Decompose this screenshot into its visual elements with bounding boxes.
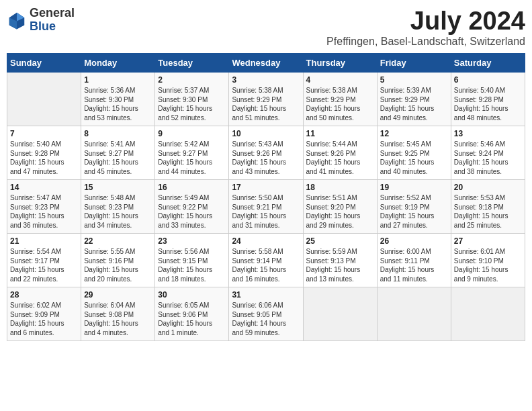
- day-number: 24: [232, 236, 300, 246]
- day-info: Sunrise: 5:36 AM Sunset: 9:30 PM Dayligh…: [84, 86, 152, 122]
- day-info: Sunrise: 5:47 AM Sunset: 9:23 PM Dayligh…: [10, 193, 78, 230]
- day-number: 4: [306, 75, 374, 85]
- calendar-cell: 18Sunrise: 5:51 AM Sunset: 9:20 PM Dayli…: [303, 180, 377, 234]
- day-number: 11: [306, 129, 374, 138]
- calendar-cell: 5Sunrise: 5:39 AM Sunset: 9:29 PM Daylig…: [377, 73, 451, 126]
- page-header: General Blue July 2024 Pfeffingen, Basel…: [7, 7, 525, 48]
- day-info: Sunrise: 5:41 AM Sunset: 9:27 PM Dayligh…: [84, 140, 152, 176]
- day-number: 22: [84, 236, 152, 246]
- calendar-cell: 13Sunrise: 5:46 AM Sunset: 9:24 PM Dayli…: [451, 126, 525, 180]
- calendar-cell: 29Sunrise: 6:04 AM Sunset: 9:08 PM Dayli…: [81, 287, 155, 341]
- week-row-5: 28Sunrise: 6:02 AM Sunset: 9:09 PM Dayli…: [7, 287, 525, 341]
- day-number: 17: [232, 183, 300, 192]
- day-number: 5: [380, 75, 448, 85]
- calendar-cell: 27Sunrise: 6:01 AM Sunset: 9:10 PM Dayli…: [451, 234, 525, 287]
- calendar-cell: 28Sunrise: 6:02 AM Sunset: 9:09 PM Dayli…: [7, 287, 81, 341]
- calendar-cell: 14Sunrise: 5:47 AM Sunset: 9:23 PM Dayli…: [7, 180, 81, 234]
- header-wednesday: Wednesday: [229, 54, 303, 73]
- day-info: Sunrise: 5:53 AM Sunset: 9:18 PM Dayligh…: [454, 193, 522, 230]
- week-row-1: 1Sunrise: 5:36 AM Sunset: 9:30 PM Daylig…: [7, 73, 525, 126]
- day-number: 25: [306, 236, 374, 246]
- calendar-cell: 23Sunrise: 5:56 AM Sunset: 9:15 PM Dayli…: [155, 234, 229, 287]
- header-tuesday: Tuesday: [155, 54, 229, 73]
- header-row: SundayMondayTuesdayWednesdayThursdayFrid…: [7, 54, 525, 73]
- day-info: Sunrise: 5:42 AM Sunset: 9:27 PM Dayligh…: [158, 140, 226, 176]
- day-info: Sunrise: 6:05 AM Sunset: 9:06 PM Dayligh…: [158, 301, 226, 337]
- day-number: 12: [380, 129, 448, 138]
- day-info: Sunrise: 5:59 AM Sunset: 9:13 PM Dayligh…: [306, 247, 374, 283]
- week-row-2: 7Sunrise: 5:40 AM Sunset: 9:28 PM Daylig…: [7, 126, 525, 180]
- day-info: Sunrise: 5:40 AM Sunset: 9:28 PM Dayligh…: [454, 86, 522, 122]
- calendar-cell: [303, 287, 377, 341]
- calendar-cell: 8Sunrise: 5:41 AM Sunset: 9:27 PM Daylig…: [81, 126, 155, 180]
- day-number: 15: [84, 183, 152, 192]
- day-number: 30: [158, 290, 226, 300]
- logo-icon: [7, 10, 27, 30]
- day-info: Sunrise: 5:38 AM Sunset: 9:29 PM Dayligh…: [232, 86, 300, 122]
- calendar-cell: 19Sunrise: 5:52 AM Sunset: 9:19 PM Dayli…: [377, 180, 451, 234]
- calendar-cell: 3Sunrise: 5:38 AM Sunset: 9:29 PM Daylig…: [229, 73, 303, 126]
- day-number: 29: [84, 290, 152, 300]
- calendar-subtitle: Pfeffingen, Basel-Landschaft, Switzerlan…: [326, 36, 525, 48]
- day-info: Sunrise: 5:58 AM Sunset: 9:14 PM Dayligh…: [232, 247, 300, 283]
- calendar-cell: 6Sunrise: 5:40 AM Sunset: 9:28 PM Daylig…: [451, 73, 525, 126]
- calendar-cell: [7, 73, 81, 126]
- day-number: 28: [10, 290, 78, 300]
- calendar-cell: 17Sunrise: 5:50 AM Sunset: 9:21 PM Dayli…: [229, 180, 303, 234]
- calendar-cell: 10Sunrise: 5:43 AM Sunset: 9:26 PM Dayli…: [229, 126, 303, 180]
- day-number: 27: [454, 236, 522, 246]
- day-info: Sunrise: 5:43 AM Sunset: 9:26 PM Dayligh…: [232, 140, 300, 176]
- calendar-cell: 12Sunrise: 5:45 AM Sunset: 9:25 PM Dayli…: [377, 126, 451, 180]
- calendar-cell: 21Sunrise: 5:54 AM Sunset: 9:17 PM Dayli…: [7, 234, 81, 287]
- day-number: 1: [84, 75, 152, 85]
- day-number: 26: [380, 236, 448, 246]
- day-info: Sunrise: 5:50 AM Sunset: 9:21 PM Dayligh…: [232, 193, 300, 230]
- day-info: Sunrise: 5:39 AM Sunset: 9:29 PM Dayligh…: [380, 86, 448, 122]
- header-sunday: Sunday: [7, 54, 81, 73]
- day-number: 14: [10, 183, 78, 192]
- calendar-cell: 16Sunrise: 5:49 AM Sunset: 9:22 PM Dayli…: [155, 180, 229, 234]
- day-info: Sunrise: 6:04 AM Sunset: 9:08 PM Dayligh…: [84, 301, 152, 337]
- calendar-cell: 11Sunrise: 5:44 AM Sunset: 9:26 PM Dayli…: [303, 126, 377, 180]
- day-number: 8: [84, 129, 152, 138]
- calendar-cell: 4Sunrise: 5:38 AM Sunset: 9:29 PM Daylig…: [303, 73, 377, 126]
- day-info: Sunrise: 6:01 AM Sunset: 9:10 PM Dayligh…: [454, 247, 522, 283]
- calendar-cell: 22Sunrise: 5:55 AM Sunset: 9:16 PM Dayli…: [81, 234, 155, 287]
- logo: General Blue: [7, 7, 75, 34]
- day-info: Sunrise: 5:38 AM Sunset: 9:29 PM Dayligh…: [306, 86, 374, 122]
- day-number: 23: [158, 236, 226, 246]
- calendar-cell: 30Sunrise: 6:05 AM Sunset: 9:06 PM Dayli…: [155, 287, 229, 341]
- header-saturday: Saturday: [451, 54, 525, 73]
- day-number: 16: [158, 183, 226, 192]
- day-info: Sunrise: 5:40 AM Sunset: 9:28 PM Dayligh…: [10, 140, 78, 176]
- header-thursday: Thursday: [303, 54, 377, 73]
- day-info: Sunrise: 5:44 AM Sunset: 9:26 PM Dayligh…: [306, 140, 374, 176]
- day-number: 19: [380, 183, 448, 192]
- calendar-cell: 2Sunrise: 5:37 AM Sunset: 9:30 PM Daylig…: [155, 73, 229, 126]
- title-area: July 2024 Pfeffingen, Basel-Landschaft, …: [326, 7, 525, 48]
- header-monday: Monday: [81, 54, 155, 73]
- day-info: Sunrise: 5:48 AM Sunset: 9:23 PM Dayligh…: [84, 193, 152, 230]
- day-info: Sunrise: 5:37 AM Sunset: 9:30 PM Dayligh…: [158, 86, 226, 122]
- day-number: 7: [10, 129, 78, 138]
- calendar-cell: 9Sunrise: 5:42 AM Sunset: 9:27 PM Daylig…: [155, 126, 229, 180]
- day-number: 2: [158, 75, 226, 85]
- day-number: 13: [454, 129, 522, 138]
- week-row-3: 14Sunrise: 5:47 AM Sunset: 9:23 PM Dayli…: [7, 180, 525, 234]
- day-number: 21: [10, 236, 78, 246]
- calendar-table: SundayMondayTuesdayWednesdayThursdayFrid…: [7, 53, 525, 341]
- day-number: 10: [232, 129, 300, 138]
- day-number: 31: [232, 290, 300, 300]
- calendar-cell: 1Sunrise: 5:36 AM Sunset: 9:30 PM Daylig…: [81, 73, 155, 126]
- calendar-cell: 20Sunrise: 5:53 AM Sunset: 9:18 PM Dayli…: [451, 180, 525, 234]
- day-info: Sunrise: 6:00 AM Sunset: 9:11 PM Dayligh…: [380, 247, 448, 283]
- calendar-cell: 25Sunrise: 5:59 AM Sunset: 9:13 PM Dayli…: [303, 234, 377, 287]
- day-number: 3: [232, 75, 300, 85]
- day-info: Sunrise: 5:49 AM Sunset: 9:22 PM Dayligh…: [158, 193, 226, 230]
- day-number: 20: [454, 183, 522, 192]
- calendar-title: July 2024: [326, 7, 525, 36]
- day-number: 9: [158, 129, 226, 138]
- day-info: Sunrise: 6:02 AM Sunset: 9:09 PM Dayligh…: [10, 301, 78, 337]
- day-number: 18: [306, 183, 374, 192]
- calendar-cell: 7Sunrise: 5:40 AM Sunset: 9:28 PM Daylig…: [7, 126, 81, 180]
